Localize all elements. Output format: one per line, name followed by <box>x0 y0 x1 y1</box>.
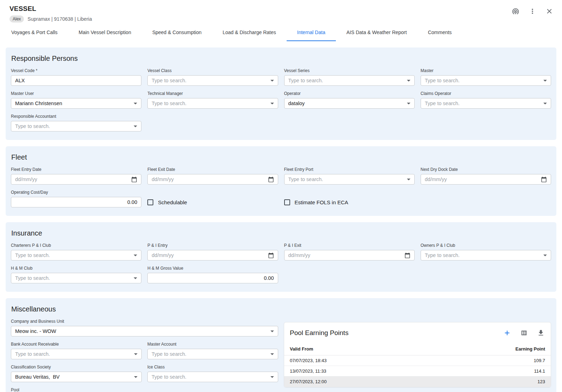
section-responsible-persons: Responsible Persons Vessel Code * Vessel… <box>6 47 556 140</box>
tab-load-discharge-rates[interactable]: Load & Discharge Rates <box>212 25 287 41</box>
field-label: Master Account <box>147 342 278 347</box>
field-label: Charterers P & I Club <box>11 243 141 248</box>
field-label: Bank Account Receivable <box>11 342 142 347</box>
tab-comments[interactable]: Comments <box>417 25 462 41</box>
field-claims-operator: Claims Operator <box>421 91 551 109</box>
table-row[interactable]: 27/07/2023, 12:00 123 <box>284 377 551 387</box>
hm-club-input[interactable] <box>15 275 131 281</box>
tab-voyages-port-calls[interactable]: Voyages & Port Calls <box>1 25 68 41</box>
valid-from-cell: 13/07/2023, 11:33 <box>290 368 326 374</box>
next-dry-dock-date-input[interactable] <box>425 176 538 182</box>
calendar-icon[interactable] <box>131 176 137 182</box>
field-bank-account-receivable: Bank Account Receivable <box>11 342 142 359</box>
calendar-icon[interactable] <box>268 176 274 182</box>
section-title: Fleet <box>11 153 551 161</box>
field-label: P & I Exit <box>284 243 415 248</box>
charterers-pi-club-input[interactable] <box>15 252 131 258</box>
fleet-exit-date-input[interactable] <box>152 176 265 182</box>
vessel-code-badge: Alex <box>9 15 24 23</box>
fleet-entry-port-input[interactable] <box>288 176 404 182</box>
tab-main-vessel-description[interactable]: Main Vessel Description <box>68 25 142 41</box>
earning-point-cell: 109.7 <box>534 358 545 363</box>
responsible-accountant-input[interactable] <box>15 123 131 129</box>
field-fleet-exit-date: Fleet Exit Date <box>147 167 278 185</box>
tab-speed-consumption[interactable]: Speed & Consumption <box>142 25 212 41</box>
field-hm-gross-value: H & M Gross Value <box>147 266 278 283</box>
field-hm-club: H & M Club <box>11 266 141 283</box>
vessel-class-input[interactable] <box>152 78 267 83</box>
field-charterers-pi-club: Charterers P & I Club <box>11 243 141 261</box>
column-header-valid-from: Valid From <box>290 346 313 352</box>
field-fleet-entry-port: Fleet Entry Port <box>284 167 415 185</box>
chevron-down-icon <box>134 353 138 355</box>
earning-point-cell: 123 <box>537 379 545 384</box>
field-master-user: Master User <box>11 91 141 109</box>
vessel-series-input[interactable] <box>288 78 404 83</box>
tab-ais-data-weather-report[interactable]: AIS Data & Weather Report <box>336 25 417 41</box>
calendar-icon[interactable] <box>541 176 547 182</box>
field-label: Operating Cost/Day <box>11 190 141 195</box>
classification-society-input[interactable] <box>15 374 131 380</box>
download-icon[interactable] <box>537 329 545 337</box>
pool-earning-points-card: Pool Earning Points Valid From Earning P… <box>284 322 551 387</box>
owners-pi-club-input[interactable] <box>425 252 541 258</box>
field-pi-entry: P & I Entry <box>147 243 278 261</box>
column-header-earning-point: Earning Point <box>516 346 545 352</box>
table-row[interactable]: 13/07/2023, 11:33 114.1 <box>284 366 551 377</box>
operator-input[interactable] <box>288 101 404 106</box>
section-insurance: Insurance Charterers P & I Club P & I En… <box>6 222 556 292</box>
checkbox-label: Schedulable <box>158 199 187 205</box>
view-columns-icon[interactable] <box>520 329 528 337</box>
field-label: Technical Manager <box>147 91 278 96</box>
field-ice-class: Ice Class <box>147 365 278 382</box>
field-vessel-class: Vessel Class <box>147 68 278 86</box>
ice-class-input[interactable] <box>152 374 268 380</box>
chevron-down-icon <box>270 376 274 378</box>
chevron-down-icon <box>270 353 274 355</box>
table-header-row: Valid From Earning Point <box>284 343 551 355</box>
window-header: VESSEL Alex Supramax | 9170638 | Liberia <box>0 0 562 24</box>
pi-exit-input[interactable] <box>288 252 402 258</box>
estimate-fols-checkbox[interactable] <box>284 199 290 205</box>
chevron-down-icon <box>407 179 410 180</box>
master-account-input[interactable] <box>152 351 268 357</box>
chevron-down-icon <box>134 277 137 279</box>
claims-operator-input[interactable] <box>425 101 541 106</box>
field-label: Company and Business Unit <box>11 319 278 324</box>
chevron-down-icon <box>543 255 547 256</box>
chevron-down-icon <box>134 126 137 127</box>
hm-gross-value-input[interactable] <box>152 275 274 281</box>
field-label: Master User <box>11 91 141 96</box>
calendar-icon[interactable] <box>268 252 274 258</box>
tab-internal-data[interactable]: Internal Data <box>287 25 336 41</box>
master-user-input[interactable] <box>15 101 131 106</box>
technical-manager-input[interactable] <box>152 101 267 106</box>
field-label: Next Dry Dock Date <box>421 167 551 172</box>
field-label: Fleet Entry Port <box>284 167 415 172</box>
field-operator: Operator <box>284 91 415 109</box>
master-input[interactable] <box>425 78 541 83</box>
add-row-icon[interactable] <box>503 329 511 337</box>
company-business-unit-input[interactable] <box>15 328 268 334</box>
table-row[interactable]: 07/07/2023, 18:43 109.7 <box>284 355 551 366</box>
calendar-icon[interactable] <box>404 252 410 258</box>
field-technical-manager: Technical Manager <box>147 91 278 109</box>
broadcast-icon[interactable] <box>511 7 520 15</box>
operating-cost-day-input[interactable] <box>15 199 137 205</box>
chevron-down-icon <box>270 330 274 332</box>
tab-bar: Voyages & Port Calls Main Vessel Descrip… <box>0 25 562 41</box>
schedulable-checkbox[interactable] <box>147 199 153 205</box>
kebab-menu-icon[interactable] <box>528 7 537 15</box>
pi-entry-input[interactable] <box>152 252 265 258</box>
field-master: Master <box>421 68 551 86</box>
field-pool: Pool <box>11 387 142 392</box>
close-icon[interactable] <box>545 7 554 15</box>
chevron-down-icon <box>134 103 137 104</box>
field-vessel-code: Vessel Code * <box>11 68 141 86</box>
field-next-dry-dock-date: Next Dry Dock Date <box>421 167 551 185</box>
bank-account-receivable-input[interactable] <box>15 351 131 357</box>
vessel-code-input[interactable] <box>15 78 137 83</box>
section-fleet: Fleet Fleet Entry Date Fleet Exit Date F… <box>6 146 556 216</box>
chevron-down-icon <box>270 80 274 82</box>
fleet-entry-date-input[interactable] <box>15 176 128 182</box>
